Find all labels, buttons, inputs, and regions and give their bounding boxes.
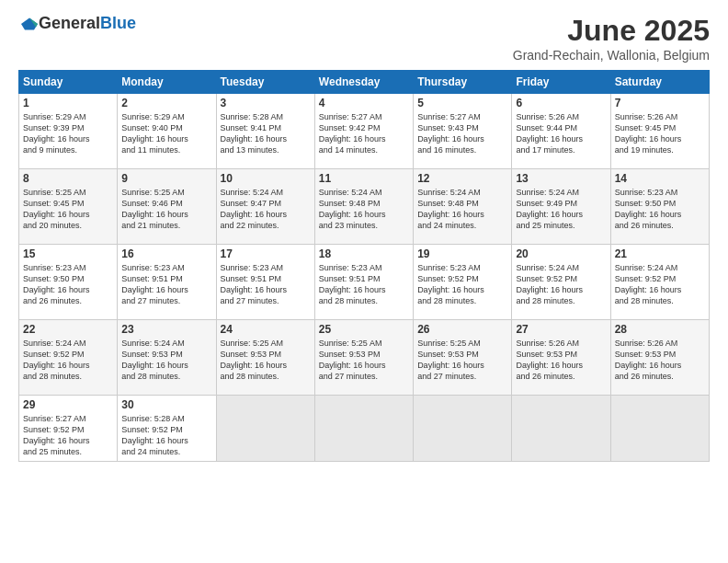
- day-info: Sunrise: 5:25 AM Sunset: 9:46 PM Dayligh…: [121, 187, 211, 232]
- day-number: 1: [23, 97, 113, 109]
- table-cell: 27Sunrise: 5:26 AM Sunset: 9:53 PM Dayli…: [512, 320, 610, 396]
- day-number: 6: [516, 97, 606, 109]
- day-info: Sunrise: 5:24 AM Sunset: 9:52 PM Dayligh…: [615, 262, 705, 307]
- day-info: Sunrise: 5:26 AM Sunset: 9:45 PM Dayligh…: [615, 111, 705, 156]
- day-number: 11: [319, 172, 409, 185]
- day-info: Sunrise: 5:23 AM Sunset: 9:51 PM Dayligh…: [121, 262, 211, 307]
- day-number: 14: [615, 172, 705, 185]
- header-tuesday: Tuesday: [216, 71, 314, 94]
- day-info: Sunrise: 5:24 AM Sunset: 9:49 PM Dayligh…: [516, 187, 606, 232]
- calendar-table: Sunday Monday Tuesday Wednesday Thursday…: [18, 70, 710, 462]
- logo-blue: Blue: [100, 14, 136, 32]
- logo-icon: [20, 15, 39, 33]
- day-number: 4: [319, 97, 409, 109]
- day-number: 12: [417, 172, 507, 185]
- table-cell: 16Sunrise: 5:23 AM Sunset: 9:51 PM Dayli…: [118, 245, 216, 320]
- table-cell: 11Sunrise: 5:24 AM Sunset: 9:48 PM Dayli…: [314, 169, 413, 245]
- day-number: 10: [221, 172, 311, 185]
- table-cell: 22Sunrise: 5:24 AM Sunset: 9:52 PM Dayli…: [19, 320, 118, 396]
- day-number: 5: [417, 97, 507, 109]
- day-number: 17: [221, 247, 311, 260]
- table-cell: [512, 396, 610, 462]
- day-info: Sunrise: 5:29 AM Sunset: 9:39 PM Dayligh…: [23, 111, 113, 156]
- table-cell: 21Sunrise: 5:24 AM Sunset: 9:52 PM Dayli…: [610, 245, 709, 320]
- day-number: 19: [417, 247, 507, 260]
- day-number: 3: [221, 97, 311, 109]
- day-info: Sunrise: 5:27 AM Sunset: 9:42 PM Dayligh…: [319, 111, 409, 156]
- header-row: Sunday Monday Tuesday Wednesday Thursday…: [19, 71, 710, 94]
- day-info: Sunrise: 5:28 AM Sunset: 9:41 PM Dayligh…: [221, 111, 311, 156]
- table-cell: 2Sunrise: 5:29 AM Sunset: 9:40 PM Daylig…: [118, 94, 216, 169]
- table-cell: 30Sunrise: 5:28 AM Sunset: 9:52 PM Dayli…: [118, 396, 216, 462]
- day-info: Sunrise: 5:24 AM Sunset: 9:47 PM Dayligh…: [221, 187, 311, 232]
- calendar-row: 15Sunrise: 5:23 AM Sunset: 9:50 PM Dayli…: [19, 245, 710, 320]
- table-cell: 24Sunrise: 5:25 AM Sunset: 9:53 PM Dayli…: [216, 320, 314, 396]
- table-cell: 25Sunrise: 5:25 AM Sunset: 9:53 PM Dayli…: [314, 320, 413, 396]
- table-cell: 19Sunrise: 5:23 AM Sunset: 9:52 PM Dayli…: [414, 245, 512, 320]
- day-info: Sunrise: 5:24 AM Sunset: 9:52 PM Dayligh…: [516, 262, 606, 307]
- header-thursday: Thursday: [414, 71, 512, 94]
- day-number: 22: [23, 323, 113, 336]
- calendar-row: 29Sunrise: 5:27 AM Sunset: 9:52 PM Dayli…: [19, 396, 710, 462]
- table-cell: 8Sunrise: 5:25 AM Sunset: 9:45 PM Daylig…: [19, 169, 118, 245]
- table-cell: 18Sunrise: 5:23 AM Sunset: 9:51 PM Dayli…: [314, 245, 413, 320]
- day-number: 27: [516, 323, 606, 336]
- calendar-row: 1Sunrise: 5:29 AM Sunset: 9:39 PM Daylig…: [19, 94, 710, 169]
- day-number: 29: [23, 398, 113, 411]
- day-number: 2: [121, 97, 211, 109]
- day-info: Sunrise: 5:29 AM Sunset: 9:40 PM Dayligh…: [121, 111, 211, 156]
- day-number: 13: [516, 172, 606, 185]
- table-cell: 29Sunrise: 5:27 AM Sunset: 9:52 PM Dayli…: [19, 396, 118, 462]
- calendar-body: 1Sunrise: 5:29 AM Sunset: 9:39 PM Daylig…: [19, 94, 710, 462]
- table-cell: [216, 396, 314, 462]
- title-area: June 2025 Grand-Rechain, Wallonia, Belgi…: [513, 14, 710, 63]
- day-info: Sunrise: 5:24 AM Sunset: 9:48 PM Dayligh…: [319, 187, 409, 232]
- day-number: 30: [121, 398, 211, 411]
- header-sunday: Sunday: [19, 71, 118, 94]
- table-cell: 4Sunrise: 5:27 AM Sunset: 9:42 PM Daylig…: [314, 94, 413, 169]
- table-cell: 3Sunrise: 5:28 AM Sunset: 9:41 PM Daylig…: [216, 94, 314, 169]
- table-cell: 23Sunrise: 5:24 AM Sunset: 9:53 PM Dayli…: [118, 320, 216, 396]
- header-wednesday: Wednesday: [314, 71, 413, 94]
- day-number: 9: [121, 172, 211, 185]
- day-number: 16: [121, 247, 211, 260]
- day-info: Sunrise: 5:26 AM Sunset: 9:53 PM Dayligh…: [615, 338, 705, 383]
- table-cell: 28Sunrise: 5:26 AM Sunset: 9:53 PM Dayli…: [610, 320, 709, 396]
- day-info: Sunrise: 5:28 AM Sunset: 9:52 PM Dayligh…: [121, 413, 211, 458]
- day-info: Sunrise: 5:25 AM Sunset: 9:45 PM Dayligh…: [23, 187, 113, 232]
- table-cell: 14Sunrise: 5:23 AM Sunset: 9:50 PM Dayli…: [610, 169, 709, 245]
- day-number: 25: [319, 323, 409, 336]
- table-cell: 9Sunrise: 5:25 AM Sunset: 9:46 PM Daylig…: [118, 169, 216, 245]
- table-cell: 13Sunrise: 5:24 AM Sunset: 9:49 PM Dayli…: [512, 169, 610, 245]
- day-info: Sunrise: 5:26 AM Sunset: 9:53 PM Dayligh…: [516, 338, 606, 383]
- table-cell: 17Sunrise: 5:23 AM Sunset: 9:51 PM Dayli…: [216, 245, 314, 320]
- day-info: Sunrise: 5:23 AM Sunset: 9:51 PM Dayligh…: [221, 262, 311, 307]
- day-number: 18: [319, 247, 409, 260]
- table-cell: 26Sunrise: 5:25 AM Sunset: 9:53 PM Dayli…: [414, 320, 512, 396]
- day-info: Sunrise: 5:24 AM Sunset: 9:52 PM Dayligh…: [23, 338, 113, 383]
- table-cell: 10Sunrise: 5:24 AM Sunset: 9:47 PM Dayli…: [216, 169, 314, 245]
- logo-general: General: [39, 14, 100, 32]
- table-cell: 15Sunrise: 5:23 AM Sunset: 9:50 PM Dayli…: [19, 245, 118, 320]
- day-number: 7: [615, 97, 705, 109]
- day-info: Sunrise: 5:25 AM Sunset: 9:53 PM Dayligh…: [221, 338, 311, 383]
- day-info: Sunrise: 5:23 AM Sunset: 9:51 PM Dayligh…: [319, 262, 409, 307]
- calendar-subtitle: Grand-Rechain, Wallonia, Belgium: [513, 48, 710, 63]
- day-number: 21: [615, 247, 705, 260]
- header-monday: Monday: [118, 71, 216, 94]
- table-cell: 1Sunrise: 5:29 AM Sunset: 9:39 PM Daylig…: [19, 94, 118, 169]
- table-cell: 20Sunrise: 5:24 AM Sunset: 9:52 PM Dayli…: [512, 245, 610, 320]
- table-cell: 7Sunrise: 5:26 AM Sunset: 9:45 PM Daylig…: [610, 94, 709, 169]
- day-info: Sunrise: 5:24 AM Sunset: 9:53 PM Dayligh…: [121, 338, 211, 383]
- day-info: Sunrise: 5:23 AM Sunset: 9:52 PM Dayligh…: [417, 262, 507, 307]
- calendar-title: June 2025: [513, 14, 710, 48]
- table-cell: 12Sunrise: 5:24 AM Sunset: 9:48 PM Dayli…: [414, 169, 512, 245]
- table-cell: [314, 396, 413, 462]
- day-info: Sunrise: 5:23 AM Sunset: 9:50 PM Dayligh…: [23, 262, 113, 307]
- header: GeneralBlue June 2025 Grand-Rechain, Wal…: [18, 14, 710, 63]
- table-cell: [610, 396, 709, 462]
- day-info: Sunrise: 5:25 AM Sunset: 9:53 PM Dayligh…: [417, 338, 507, 383]
- day-info: Sunrise: 5:25 AM Sunset: 9:53 PM Dayligh…: [319, 338, 409, 383]
- day-info: Sunrise: 5:24 AM Sunset: 9:48 PM Dayligh…: [417, 187, 507, 232]
- header-friday: Friday: [512, 71, 610, 94]
